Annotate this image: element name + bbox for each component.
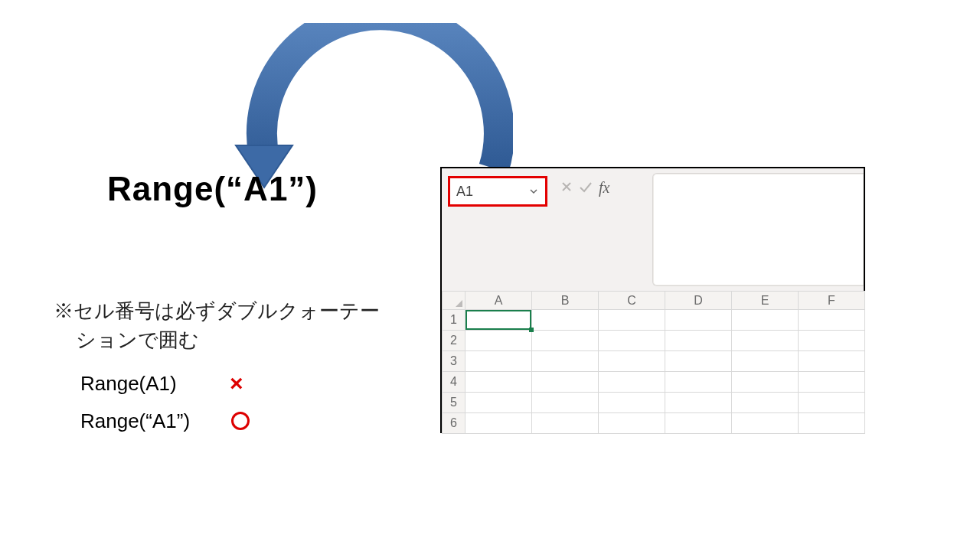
note-line2: ションで囲む <box>76 328 199 351</box>
cell-F1[interactable] <box>799 310 865 331</box>
cell-B4[interactable] <box>532 372 599 393</box>
cell-B3[interactable] <box>532 351 599 372</box>
row-header-5[interactable]: 5 <box>443 393 466 413</box>
excel-window: A1 fx A B <box>440 167 865 433</box>
row-header-1[interactable]: 1 <box>443 310 466 331</box>
row-header-3[interactable]: 3 <box>443 351 466 372</box>
cell-A5[interactable] <box>466 393 532 413</box>
note-line1: ※セル番号は必ずダブルクォーテー <box>54 299 380 322</box>
col-header-B[interactable]: B <box>532 292 599 310</box>
example-bad-code: Range(A1) <box>80 367 230 402</box>
formula-bar-input[interactable] <box>652 173 864 286</box>
cell-D5[interactable] <box>665 393 732 413</box>
cell-C3[interactable] <box>599 351 665 372</box>
cell-C4[interactable] <box>599 372 665 393</box>
cell-F3[interactable] <box>799 351 865 372</box>
cell-E6[interactable] <box>732 413 799 434</box>
name-box[interactable]: A1 <box>448 176 547 207</box>
select-all-corner[interactable] <box>443 292 466 310</box>
row-header-2[interactable]: 2 <box>443 331 466 351</box>
cell-B5[interactable] <box>532 393 599 413</box>
chevron-down-icon[interactable] <box>528 186 539 197</box>
cell-A6[interactable] <box>466 413 532 434</box>
range-heading: Range(“A1”) <box>107 170 318 208</box>
cell-C5[interactable] <box>599 393 665 413</box>
cell-B6[interactable] <box>532 413 599 434</box>
cell-A4[interactable] <box>466 372 532 393</box>
name-box-value: A1 <box>456 184 528 200</box>
spreadsheet-grid[interactable]: A B C D E F 1 <box>442 291 864 432</box>
cell-D3[interactable] <box>665 351 732 372</box>
row-header-4[interactable]: 4 <box>443 372 466 393</box>
cell-D6[interactable] <box>665 413 732 434</box>
example-good: Range(“A1”) <box>80 404 250 439</box>
note-text: ※セル番号は必ずダブルクォーテー ションで囲む <box>54 297 421 354</box>
cell-D1[interactable] <box>665 310 732 331</box>
formula-bar-buttons: fx <box>560 179 609 197</box>
cell-D2[interactable] <box>665 331 732 351</box>
example-bad: Range(A1) × <box>80 364 250 404</box>
circle-icon <box>231 412 250 430</box>
col-header-A[interactable]: A <box>466 292 532 310</box>
cell-B1[interactable] <box>532 310 599 331</box>
cell-E2[interactable] <box>732 331 799 351</box>
cell-F4[interactable] <box>799 372 865 393</box>
col-header-F[interactable]: F <box>799 292 865 310</box>
row-header-6[interactable]: 6 <box>443 413 466 434</box>
cell-C1[interactable] <box>599 310 665 331</box>
cell-C2[interactable] <box>599 331 665 351</box>
cell-F5[interactable] <box>799 393 865 413</box>
example-good-code: Range(“A1”) <box>80 404 230 439</box>
cell-F6[interactable] <box>799 413 865 434</box>
cell-A3[interactable] <box>466 351 532 372</box>
cell-C6[interactable] <box>599 413 665 434</box>
enter-icon[interactable] <box>579 179 593 197</box>
col-header-D[interactable]: D <box>665 292 732 310</box>
fx-icon[interactable]: fx <box>599 179 609 197</box>
col-header-C[interactable]: C <box>599 292 665 310</box>
cell-E5[interactable] <box>732 393 799 413</box>
cancel-icon[interactable] <box>560 179 573 197</box>
cell-E3[interactable] <box>732 351 799 372</box>
cross-icon: × <box>230 364 243 404</box>
examples: Range(A1) × Range(“A1”) <box>80 364 250 439</box>
cell-E1[interactable] <box>732 310 799 331</box>
cell-D4[interactable] <box>665 372 732 393</box>
excel-formula-bar-area: A1 fx <box>442 168 864 291</box>
cell-A2[interactable] <box>466 331 532 351</box>
col-header-E[interactable]: E <box>732 292 799 310</box>
cell-B2[interactable] <box>532 331 599 351</box>
cell-E4[interactable] <box>732 372 799 393</box>
cell-A1[interactable] <box>466 310 532 331</box>
cell-F2[interactable] <box>799 331 865 351</box>
